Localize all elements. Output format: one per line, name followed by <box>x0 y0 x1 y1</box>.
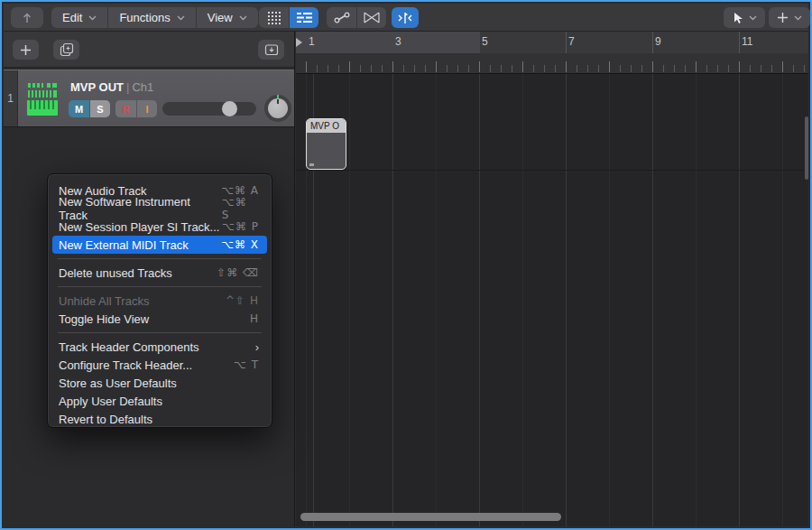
midi-instrument-icon <box>27 81 58 117</box>
chevron-down-icon <box>749 15 757 21</box>
bar-label: 5 <box>482 35 488 48</box>
toolbar: Edit Functions View <box>4 4 808 32</box>
track-lane-area[interactable]: MVP O <box>296 74 808 526</box>
pan-knob-tick <box>277 99 279 104</box>
menu-item-new-external-midi-track[interactable]: New External MIDI Track⌥⌘ X <box>52 236 267 254</box>
up-arrow-icon <box>21 12 33 24</box>
mute-button[interactable]: M <box>69 100 89 117</box>
crossfade-tool-button[interactable] <box>356 7 386 28</box>
edit-menu[interactable]: Edit <box>51 7 107 28</box>
edit-tools-group <box>327 7 386 28</box>
move-up-button[interactable] <box>11 7 43 28</box>
plus-icon <box>20 44 32 56</box>
track-context-menu: New Audio Track⌥⌘ A New Software Instrum… <box>47 173 272 428</box>
menu-item-store-as-user-defaults[interactable]: Store as User Defaults <box>52 374 267 392</box>
glue-tool-button[interactable] <box>327 7 356 28</box>
pointer-tool-button[interactable] <box>724 7 765 28</box>
edit-menu-label: Edit <box>62 11 82 24</box>
import-box-icon <box>264 43 279 56</box>
track-actions-bar <box>4 32 294 68</box>
crossfade-icon <box>363 12 381 23</box>
track-title[interactable]: MVP OUT|Ch1 <box>70 80 153 94</box>
pointer-icon <box>733 12 743 24</box>
beat-ruler[interactable] <box>296 53 808 74</box>
volume-slider[interactable] <box>162 102 256 116</box>
catch-playhead-button[interactable] <box>392 7 419 28</box>
menu-separator <box>58 286 262 287</box>
glue-tool-icon <box>333 11 351 24</box>
add-track-button[interactable] <box>13 40 39 60</box>
midi-region-name: MVP O <box>307 119 346 133</box>
secondary-tool-button[interactable] <box>769 7 810 28</box>
playhead-marker-icon[interactable] <box>296 38 302 47</box>
ruler-active-range <box>296 32 480 53</box>
menu-item-toggle-hide-view[interactable]: Toggle Hide ViewH <box>52 310 267 328</box>
grid-icon <box>267 11 281 24</box>
menu-separator <box>58 332 262 333</box>
bar-label: 11 <box>742 35 752 48</box>
track-name-separator: | <box>124 80 132 94</box>
grid-view-button[interactable] <box>259 7 289 28</box>
mute-solo-group: M S <box>69 100 110 117</box>
logic-pro-window: Edit Functions View <box>0 0 812 530</box>
record-input-group: R I <box>115 100 157 117</box>
volume-slider-knob[interactable] <box>222 101 237 116</box>
solo-button[interactable]: S <box>89 100 110 117</box>
track-list-icon <box>297 12 312 23</box>
bar-label: 3 <box>395 35 401 48</box>
functions-menu[interactable]: Functions <box>107 7 195 28</box>
pan-knob[interactable] <box>264 95 291 122</box>
list-view-button[interactable] <box>289 7 318 28</box>
horizontal-scrollbar[interactable] <box>300 513 561 521</box>
bar-label: 7 <box>568 35 575 48</box>
region-loop-handle[interactable] <box>309 163 314 166</box>
menu-separator <box>58 258 262 259</box>
track-channel: Ch1 <box>132 80 153 94</box>
menu-item-unhide-all-tracks: Unhide All Tracks^⇧ H <box>52 292 267 310</box>
plus-tool-icon <box>777 12 789 23</box>
lane-divider <box>296 170 808 171</box>
menu-item-delete-unused-tracks[interactable]: Delete unused Tracks⇧⌘ ⌫ <box>52 264 267 282</box>
view-menu[interactable]: View <box>196 7 258 28</box>
bar-label: 1 <box>309 35 315 48</box>
menu-item-new-software-instrument-track[interactable]: New Software Instrument Track⌥⌘ S <box>52 200 267 218</box>
duplicate-track-icon <box>60 42 74 57</box>
chevron-down-icon <box>794 15 802 21</box>
bar-ruler[interactable]: 1 3 5 7 9 11 <box>296 32 808 53</box>
menu-item-revert-to-defaults[interactable]: Revert to Defaults <box>52 410 267 428</box>
menu-item-new-session-player-si-track[interactable]: New Session Player SI Track...⌥⌘ P <box>52 218 267 236</box>
view-mode-switch <box>259 7 318 28</box>
input-monitor-button[interactable]: I <box>136 100 157 117</box>
arrange-area[interactable]: 1 3 5 7 9 11 MVP O <box>296 32 808 526</box>
chevron-down-icon <box>239 15 247 21</box>
view-menu-label: View <box>208 11 233 24</box>
menu-item-track-header-components[interactable]: Track Header Components› <box>52 338 267 356</box>
midi-region[interactable]: MVP O <box>306 118 346 170</box>
menu-item-apply-user-defaults[interactable]: Apply User Defaults <box>52 392 267 410</box>
local-menu-bar: Edit Functions View <box>51 7 258 28</box>
functions-menu-label: Functions <box>119 11 170 24</box>
track-import-button[interactable] <box>258 40 284 60</box>
submenu-arrow-icon: › <box>255 340 259 354</box>
chevron-down-icon <box>177 15 185 21</box>
track-row[interactable]: 1 MVP OUT|Ch1 M S <box>4 70 294 127</box>
bar-label: 9 <box>655 35 661 48</box>
record-enable-button[interactable]: R <box>115 100 136 117</box>
vertical-scrollbar[interactable] <box>805 116 808 180</box>
track-name: MVP OUT <box>70 80 124 94</box>
menu-item-configure-track-header[interactable]: Configure Track Header...⌥ T <box>52 356 267 374</box>
chevron-down-icon <box>88 15 97 21</box>
bar-ticks <box>296 61 808 72</box>
catch-playhead-icon <box>398 12 412 24</box>
track-number: 1 <box>4 70 18 126</box>
duplicate-track-button[interactable] <box>53 40 79 60</box>
